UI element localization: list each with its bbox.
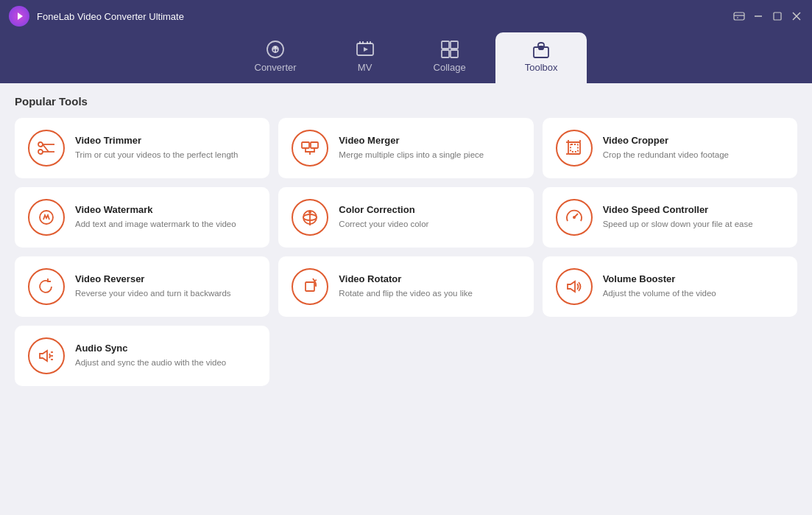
volume-booster-icon [556,268,593,305]
video-reverser-name: Video Reverser [75,273,231,284]
video-trimmer-name: Video Trimmer [75,135,238,146]
tab-toolbox[interactable]: Toolbox [495,32,587,83]
app-title: FoneLab Video Converter Ultimate [37,11,732,22]
window-controls [732,10,803,23]
restore-button[interactable] [771,10,784,23]
video-trimmer-icon [28,130,65,167]
tool-card-video-merger[interactable]: Video Merger Merge multiple clips into a… [278,118,533,178]
video-speed-controller-info: Video Speed Controller Speed up or slow … [603,204,753,230]
video-reverser-desc: Reverse your video and turn it backwards [75,287,231,299]
svg-line-22 [43,144,49,152]
color-correction-name: Color Correction [339,204,428,215]
video-watermark-desc: Add text and image watermark to the vide… [75,218,236,230]
svg-rect-24 [311,142,318,148]
video-watermark-info: Video Watermark Add text and image water… [75,204,236,230]
svg-rect-13 [451,41,458,49]
svg-rect-17 [539,46,543,49]
tool-card-volume-booster[interactable]: Volume Booster Adjust the volume of the … [543,256,797,317]
video-trimmer-info: Video Trimmer Trim or cut your videos to… [75,135,238,161]
audio-sync-name: Audio Sync [75,343,226,354]
svg-rect-27 [571,144,578,152]
tab-mv[interactable]: MV [326,32,404,83]
caption-button[interactable] [732,10,746,23]
tool-card-video-watermark[interactable]: Video Watermark Add text and image water… [15,187,269,248]
volume-booster-desc: Adjust the volume of the video [603,287,716,299]
svg-marker-40 [568,281,575,292]
video-merger-name: Video Merger [339,135,484,146]
video-cropper-info: Video Cropper Crop the redundant video f… [603,135,729,161]
video-merger-desc: Merge multiple clips into a single piece [339,149,484,161]
tool-card-audio-sync[interactable]: Audio Sync Adjust and sync the audio wit… [15,326,269,386]
video-cropper-icon [556,130,593,167]
svg-rect-23 [302,142,309,148]
svg-rect-15 [451,50,458,57]
video-rotator-icon [292,268,328,305]
tab-converter-label: Converter [255,62,297,73]
svg-rect-14 [442,50,449,57]
tool-card-video-rotator[interactable]: Video Rotator Rotate and flip the video … [278,256,533,317]
tab-mv-label: MV [358,62,373,73]
section-title: Popular Tools [15,95,797,108]
video-cropper-desc: Crop the redundant video footage [603,149,729,161]
svg-rect-12 [442,41,449,49]
tool-card-video-reverser[interactable]: Video Reverser Reverse your video and tu… [15,256,269,317]
tab-toolbox-label: Toolbox [525,62,558,73]
audio-sync-desc: Adjust and sync the audio with the video [75,357,226,368]
svg-rect-39 [306,282,314,291]
video-speed-controller-desc: Speed up or slow down your file at ease [603,218,753,230]
title-bar: FoneLab Video Converter Ultimate [0,0,812,32]
tab-collage[interactable]: Collage [404,32,495,83]
tab-collage-label: Collage [434,62,466,73]
audio-sync-icon [28,337,65,374]
svg-marker-41 [40,351,47,361]
svg-point-19 [38,150,43,154]
tab-converter[interactable]: Converter [225,32,326,83]
minimize-button[interactable] [752,10,765,23]
tool-card-video-speed-controller[interactable]: Video Speed Controller Speed up or slow … [543,187,797,248]
color-correction-icon [292,199,328,236]
video-merger-icon [292,130,328,167]
video-reverser-icon [28,268,65,305]
video-merger-info: Video Merger Merge multiple clips into a… [339,135,484,161]
tool-card-video-cropper[interactable]: Video Cropper Crop the redundant video f… [543,118,797,178]
color-correction-info: Color Correction Correct your video colo… [339,204,428,230]
svg-rect-1 [734,13,744,20]
video-rotator-name: Video Rotator [339,273,473,284]
audio-sync-info: Audio Sync Adjust and sync the audio wit… [75,343,226,368]
video-cropper-name: Video Cropper [603,135,729,146]
volume-booster-name: Volume Booster [603,273,716,284]
tool-card-video-trimmer[interactable]: Video Trimmer Trim or cut your videos to… [15,118,269,178]
svg-point-38 [573,216,576,219]
svg-point-18 [38,142,43,147]
color-correction-desc: Correct your video color [339,218,428,230]
volume-booster-info: Volume Booster Adjust the volume of the … [603,273,716,299]
video-watermark-icon [28,199,65,236]
svg-rect-5 [774,13,781,20]
video-rotator-info: Video Rotator Rotate and flip the video … [339,273,473,299]
video-watermark-name: Video Watermark [75,204,236,215]
video-speed-controller-icon [556,199,593,236]
main-content: Popular Tools Video Trimmer Trim or cut … [0,83,812,515]
tool-card-color-correction[interactable]: Color Correction Correct your video colo… [278,187,533,248]
svg-marker-0 [18,13,23,20]
svg-point-34 [308,211,311,214]
video-reverser-info: Video Reverser Reverse your video and tu… [75,273,231,299]
video-rotator-desc: Rotate and flip the video as you like [339,287,473,299]
video-trimmer-desc: Trim or cut your videos to the perfect l… [75,149,238,161]
nav-bar: Converter MV Collage Toolbox [0,32,812,83]
video-speed-controller-name: Video Speed Controller [603,204,753,215]
app-logo [9,6,29,27]
tools-grid: Video Trimmer Trim or cut your videos to… [15,118,797,386]
close-button[interactable] [790,10,803,23]
